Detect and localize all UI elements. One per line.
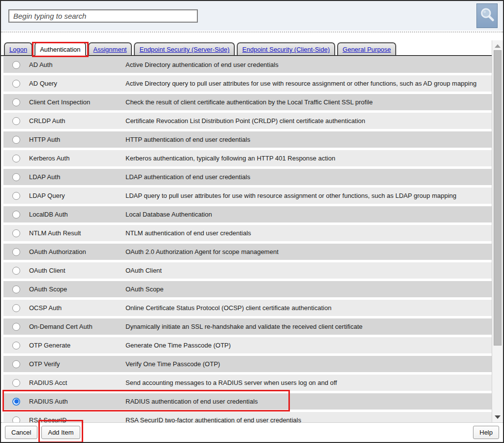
- radio-unselected[interactable]: [12, 267, 20, 275]
- radio-unselected[interactable]: [12, 304, 20, 312]
- radio-cell: [3, 285, 29, 293]
- radio-cell: [3, 342, 29, 349]
- item-description: OAuth Client: [126, 266, 492, 275]
- radio-cell: [3, 416, 29, 423]
- list-item[interactable]: AD AuthActive Directory authentication o…: [3, 57, 492, 73]
- radio-unselected[interactable]: [12, 229, 20, 237]
- radio-cell: [3, 192, 29, 200]
- radio-cell: [3, 379, 29, 387]
- radio-cell: [3, 136, 29, 144]
- radio-cell: [3, 304, 29, 312]
- radio-unselected[interactable]: [12, 323, 20, 331]
- help-wrap: Help: [473, 426, 499, 439]
- list-item[interactable]: CRLDP AuthCertificate Revocation List Di…: [3, 113, 492, 129]
- tab-label: Assignment: [94, 46, 127, 53]
- tab-bar: LogonAuthenticationAssignmentEndpoint Se…: [1, 40, 492, 56]
- radio-unselected[interactable]: [12, 248, 20, 256]
- list-item[interactable]: On-Demand Cert AuthDynamically initiate …: [3, 318, 492, 335]
- radio-unselected[interactable]: [12, 285, 20, 293]
- tab-endpoint-security-server-side[interactable]: Endpoint Security (Server-Side): [134, 42, 235, 55]
- item-description: LDAP query to pull user attributes for u…: [126, 191, 492, 200]
- add-item-button[interactable]: Add Item: [41, 426, 80, 439]
- list-item[interactable]: LocalDB AuthLocal Database Authenticatio…: [3, 206, 492, 222]
- tab-endpoint-security-client-side[interactable]: Endpoint Security (Client-Side): [237, 42, 335, 55]
- radio-unselected[interactable]: [12, 416, 20, 423]
- radio-unselected[interactable]: [12, 155, 20, 162]
- scroll-up-button[interactable]: [492, 41, 503, 50]
- radio-unselected[interactable]: [12, 117, 20, 125]
- scrollbar-thumb[interactable]: [494, 50, 502, 346]
- add-item-wrap: Add Item: [41, 426, 80, 439]
- item-name: On-Demand Cert Auth: [29, 323, 126, 330]
- radio-cell: [3, 360, 29, 368]
- radio-unselected[interactable]: [12, 192, 20, 200]
- item-name: Kerberos Auth: [29, 155, 126, 162]
- radio-unselected[interactable]: [12, 379, 20, 387]
- cancel-button[interactable]: Cancel: [5, 426, 37, 439]
- radio-unselected[interactable]: [12, 98, 20, 106]
- tab-logon[interactable]: Logon: [4, 42, 32, 55]
- chevron-up-icon: [495, 44, 501, 48]
- radio-cell: [3, 398, 29, 406]
- dialog-footer: Cancel Add Item Help: [1, 422, 503, 442]
- tab-assignment[interactable]: Assignment: [88, 42, 132, 55]
- list-item[interactable]: OAuth AuthorizationOAuth 2.0 Authorizati…: [3, 244, 492, 260]
- scroll-down-button[interactable]: [492, 412, 503, 421]
- item-description: Check the result of client certificate a…: [126, 97, 492, 107]
- radio-cell: [3, 80, 29, 88]
- item-name: RADIUS Auth: [29, 398, 126, 405]
- item-description: Verify One Time Passcode (OTP): [126, 359, 492, 369]
- item-description: RADIUS authentication of end user creden…: [126, 397, 492, 406]
- radio-unselected[interactable]: [12, 61, 20, 69]
- item-name: LDAP Auth: [29, 173, 126, 181]
- list-item[interactable]: LDAP AuthLDAP authentication of end user…: [3, 169, 492, 185]
- radio-unselected[interactable]: [12, 136, 20, 144]
- vertical-scrollbar[interactable]: [492, 40, 503, 422]
- radio-cell: [3, 229, 29, 237]
- tab-label: General Purpose: [343, 46, 391, 53]
- item-name: AD Auth: [29, 61, 126, 68]
- list-item[interactable]: OAuth ClientOAuth Client: [3, 262, 492, 279]
- help-button[interactable]: Help: [473, 426, 499, 439]
- item-description: Active Directory query to pull user attr…: [126, 79, 492, 88]
- header-separator: [1, 32, 503, 32]
- tab-authentication[interactable]: Authentication: [34, 42, 86, 56]
- tab-label: Endpoint Security (Server-Side): [139, 46, 229, 53]
- item-description: LDAP authentication of end user credenti…: [126, 172, 492, 182]
- search-input[interactable]: [8, 9, 198, 23]
- item-name: HTTP Auth: [29, 136, 126, 143]
- list-item[interactable]: AD QueryActive Directory query to pull u…: [3, 75, 492, 92]
- list-item[interactable]: OCSP AuthOnline Certificate Status Proto…: [3, 300, 492, 316]
- radio-cell: [3, 98, 29, 106]
- search-header: [1, 1, 503, 31]
- list-item[interactable]: Client Cert InspectionCheck the result o…: [3, 94, 492, 110]
- list-item[interactable]: RSA SecurIDRSA SecurID two-factor authen…: [3, 412, 492, 422]
- list-item[interactable]: LDAP QueryLDAP query to pull user attrib…: [3, 188, 492, 204]
- item-name: RSA SecurID: [29, 416, 126, 422]
- radio-unselected[interactable]: [12, 173, 20, 181]
- item-name: CRLDP Auth: [29, 117, 126, 125]
- list-item[interactable]: HTTP AuthHTTP authentication of end user…: [3, 131, 492, 148]
- search-button[interactable]: [476, 3, 498, 28]
- list-item[interactable]: RADIUS AuthRADIUS authentication of end …: [3, 393, 492, 410]
- radio-selected[interactable]: [12, 398, 20, 406]
- tab-label: Authentication: [40, 46, 80, 53]
- item-name: OCSP Auth: [29, 304, 126, 312]
- radio-unselected[interactable]: [12, 360, 20, 368]
- list-item[interactable]: NTLM Auth ResultNTLM authentication of e…: [3, 225, 492, 241]
- radio-unselected[interactable]: [12, 342, 20, 349]
- list-item[interactable]: OAuth ScopeOAuth Scope: [3, 281, 492, 297]
- list-item[interactable]: Kerberos AuthKerberos authentication, ty…: [3, 150, 492, 166]
- radio-cell: [3, 155, 29, 162]
- list-item[interactable]: RADIUS AcctSend accounting messages to a…: [3, 375, 492, 391]
- list-item[interactable]: OTP GenerateGenerate One Time Passcode (…: [3, 337, 492, 353]
- radio-cell: [3, 117, 29, 125]
- radio-cell: [3, 211, 29, 219]
- radio-unselected[interactable]: [12, 80, 20, 88]
- tab-general-purpose[interactable]: General Purpose: [337, 42, 396, 55]
- item-description: OAuth Scope: [126, 285, 492, 294]
- item-description: NTLM authentication of end user credenti…: [126, 228, 492, 238]
- radio-unselected[interactable]: [12, 211, 20, 219]
- list-item[interactable]: OTP VerifyVerify One Time Passcode (OTP): [3, 356, 492, 372]
- item-description: Active Directory authentication of end u…: [126, 60, 492, 69]
